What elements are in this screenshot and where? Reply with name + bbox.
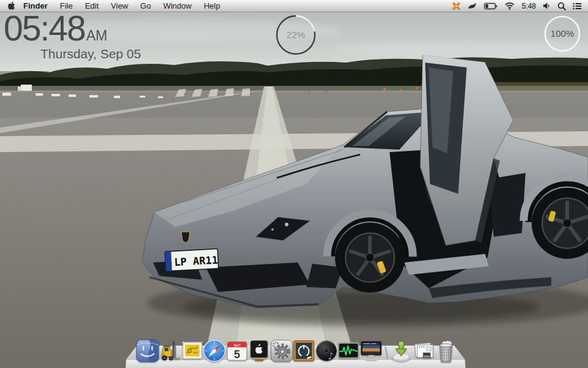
cpu-ring-label: 22% [287, 29, 305, 40]
clock-date: Thursday, Sep 05 [40, 47, 141, 61]
battery-ring-widget: 100% [543, 15, 581, 55]
dock-downloads-stack-icon[interactable] [390, 339, 413, 362]
notification-center-icon[interactable] [573, 2, 582, 10]
menu-help[interactable]: Help [198, 0, 227, 12]
volume-icon[interactable] [543, 2, 551, 10]
menu-app-name[interactable]: Finder [21, 0, 54, 12]
clock-time: 05:48 [4, 11, 85, 46]
dock-trash-icon[interactable] [434, 339, 458, 364]
clock-widget: 05:48 AM Thursday, Sep 05 [4, 11, 141, 61]
dock-documents-stack-icon[interactable] [412, 339, 435, 362]
dock-system-preferences-icon[interactable] [270, 339, 293, 362]
spotlight-icon[interactable] [557, 2, 566, 10]
calendar-day: 5 [234, 348, 240, 361]
battery-ring-label: 100% [551, 28, 574, 39]
menu-window[interactable]: Window [157, 0, 197, 12]
dock-safari-icon[interactable] [203, 339, 226, 362]
dock-mail-icon[interactable] [181, 339, 204, 362]
dock-forklift-icon[interactable] [158, 339, 181, 362]
dock-app-store-icon[interactable] [247, 339, 271, 362]
menu-view[interactable]: View [105, 0, 134, 12]
dock-finder-icon[interactable] [136, 339, 159, 362]
battery-icon[interactable] [484, 2, 497, 10]
svg-text:SEP: SEP [233, 343, 241, 347]
cpu-ring-widget: 22% [274, 13, 317, 59]
dock-display-preview-icon[interactable] [360, 339, 383, 362]
desktop: LP AR11 [0, 0, 588, 368]
menu-file[interactable]: File [54, 0, 79, 12]
apple-menu[interactable] [0, 1, 21, 10]
menu-bar: Finder File Edit View Go Window Help [0, 0, 588, 12]
clock-meridiem: AM [86, 28, 108, 44]
dock-music-player-icon[interactable]: ♪ [315, 339, 338, 362]
menu-edit[interactable]: Edit [79, 0, 105, 12]
apple-icon [7, 1, 15, 10]
bird-menu-icon[interactable] [467, 2, 477, 10]
license-plate: LP AR11 [165, 249, 219, 271]
dock-calendar-icon[interactable]: SEP 5 [225, 339, 249, 362]
dock-chalkboard-timer-icon[interactable] [292, 339, 315, 362]
license-plate-text: LP AR11 [174, 254, 219, 269]
dock: SEP 5 [126, 336, 466, 368]
orange-burst-menu-icon[interactable] [452, 2, 461, 10]
dock-activity-monitor-icon[interactable] [337, 339, 360, 362]
menu-go[interactable]: Go [134, 0, 157, 12]
menu-bar-clock[interactable]: 5:48 [522, 2, 536, 10]
svg-text:♪: ♪ [328, 350, 334, 362]
wifi-icon[interactable] [504, 2, 515, 10]
